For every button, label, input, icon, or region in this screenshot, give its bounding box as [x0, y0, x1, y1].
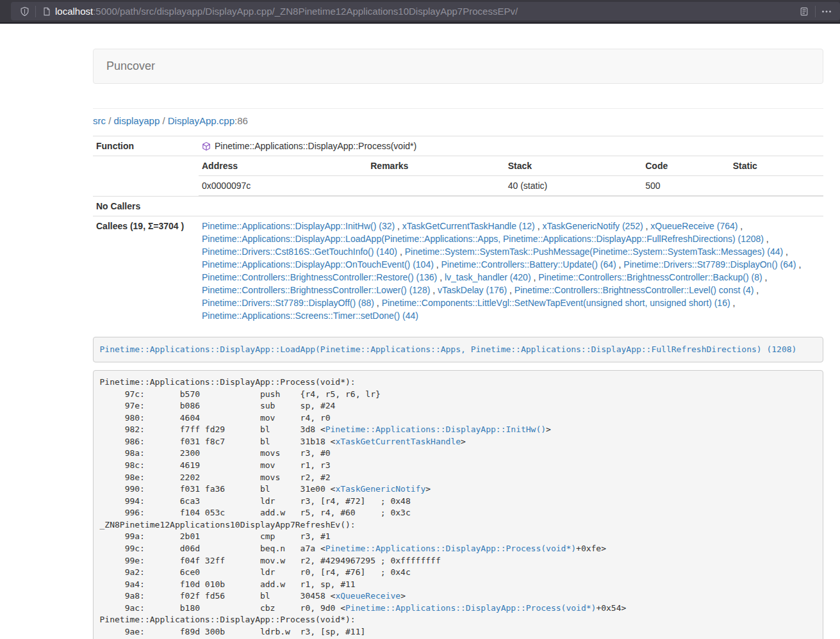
callee-link[interactable]: vTaskDelay (176) — [438, 285, 507, 295]
code-line: 9a4: f10d 010b add.w r1, sp, #11 — [100, 579, 817, 591]
code-line: 980: 4604 mov r4, r0 — [100, 412, 817, 425]
code-line: 98e: 2202 movs r2, #2 — [100, 472, 817, 484]
code-line: _ZN8Pinetime12Applications10DisplayApp7R… — [100, 519, 817, 531]
callee-link[interactable]: Pinetime::Controllers::BrightnessControl… — [202, 272, 437, 282]
callee-separator: , — [643, 221, 651, 231]
code-line: 98a: 2300 movs r3, #0 — [100, 448, 817, 460]
callees-row: Callees (19, Σ=3704 ) Pinetime::Applicat… — [93, 216, 823, 326]
code-symbol-link[interactable]: xQueueReceive — [335, 591, 400, 601]
callee-link[interactable]: xTaskGetCurrentTaskHandle (12) — [402, 221, 535, 231]
code-text: Pinetime::Applications::DisplayApp::Proc… — [100, 615, 356, 624]
url-text[interactable]: localhost:5000/path/src/displayapp/Displ… — [55, 6, 796, 17]
callee-separator: , — [796, 259, 802, 270]
callee-separator: , — [397, 247, 405, 257]
app-navbar: Puncover — [93, 49, 823, 84]
callee-link[interactable]: Pinetime::Applications::Screens::Timer::… — [202, 311, 418, 321]
callee-link[interactable]: Pinetime::Controllers::BrightnessControl… — [202, 285, 430, 295]
callee-link[interactable]: Pinetime::Applications::DisplayApp::Load… — [202, 234, 764, 244]
callee-link[interactable]: Pinetime::Drivers::St7789::DisplayOn() (… — [623, 259, 796, 270]
code-text: +0xfe> — [576, 544, 606, 553]
code-line: 97e: b086 sub sp, #24 — [100, 400, 817, 412]
code-text: 986: f031 f8c7 bl 31b18 < — [100, 437, 336, 446]
callee-separator: , — [374, 298, 382, 308]
callee-link[interactable]: Pinetime::Controllers::BrightnessControl… — [515, 285, 754, 295]
stats-value-row: 0x0000097c40 (static)500 — [199, 176, 823, 196]
code-line: Pinetime::Applications::DisplayApp::Proc… — [100, 614, 817, 626]
callee-separator: , — [507, 285, 515, 295]
breadcrumb-link[interactable]: DisplayApp.cpp — [168, 115, 235, 126]
code-text: 994: 6ca3 ldr r3, [r4, #72] ; 0x48 — [100, 496, 411, 506]
callee-link[interactable]: Pinetime::Drivers::St7789::DisplayOff() … — [202, 298, 374, 308]
callee-separator: , — [616, 259, 624, 270]
breadcrumb-link[interactable]: displayapp — [114, 115, 160, 126]
url-path: :5000/path/src/displayapp/DisplayApp.cpp… — [93, 6, 518, 17]
callee-link[interactable]: Pinetime::Controllers::Battery::Update()… — [441, 259, 616, 270]
stat-value-static — [730, 176, 823, 196]
url-bar[interactable]: localhost:5000/path/src/displayapp/Displ… — [11, 2, 840, 20]
code-text: Pinetime::Applications::DisplayApp::Proc… — [100, 377, 356, 387]
callee-link[interactable]: Pinetime::System::SystemTask::PushMessag… — [405, 247, 784, 257]
code-text: 97c: b570 push {r4, r5, r6, lr} — [100, 389, 381, 399]
code-line: 994: 6ca3 ldr r3, [r4, #72] ; 0x48 — [100, 496, 817, 508]
code-text: 9a8: f02f fd56 bl 30458 < — [100, 591, 336, 601]
stats-table: AddressRemarksStackCodeStatic 0x0000097c… — [199, 156, 823, 196]
code-text: > — [400, 591, 406, 601]
code-text: 982: f7ff fd29 bl 3d8 < — [100, 425, 325, 434]
callee-link[interactable]: Pinetime::Components::LittleVgl::SetNewT… — [382, 298, 730, 308]
code-text: 9a4: f10d 010b add.w r1, sp, #11 — [100, 579, 356, 589]
callee-separator: , — [437, 272, 445, 282]
page-icon[interactable] — [38, 3, 55, 20]
reader-view-icon[interactable] — [796, 3, 812, 20]
browser-toolbar: localhost:5000/path/src/displayapp/Displ… — [0, 0, 840, 24]
breadcrumb-line-number: :86 — [235, 115, 248, 126]
toolbar-separator — [815, 6, 816, 17]
callee-link[interactable]: xQueueReceive (764) — [650, 221, 737, 231]
code-text: 99a: 2b01 cmp r3, #1 — [100, 531, 331, 541]
callee-link[interactable]: Pinetime::Controllers::BrightnessControl… — [538, 272, 762, 282]
page-container: Puncover src / displayapp / DisplayApp.c… — [93, 49, 823, 639]
code-text: > — [425, 484, 431, 494]
code-symbol-link[interactable]: xTaskGetCurrentTaskHandle — [335, 437, 461, 446]
code-text: > — [546, 425, 551, 434]
breadcrumb-separator: / — [106, 115, 114, 126]
callees-label: Callees (19, Σ=3704 ) — [93, 216, 199, 326]
breadcrumb-separator: / — [160, 115, 168, 126]
highlighted-callee-link[interactable]: Pinetime::Applications::DisplayApp::Load… — [100, 344, 797, 354]
callee-link[interactable]: Pinetime::Drivers::Cst816S::GetTouchInfo… — [202, 247, 397, 257]
toolbar-separator — [35, 6, 36, 17]
code-symbol-link[interactable]: Pinetime::Applications::DisplayApp::Proc… — [325, 544, 576, 553]
callee-separator: , — [764, 234, 769, 244]
breadcrumb: src / displayapp / DisplayApp.cpp:86 — [93, 115, 823, 127]
breadcrumb-link[interactable]: src — [93, 115, 106, 126]
column-header-remarks: Remarks — [367, 156, 505, 176]
callee-link[interactable]: xTaskGenericNotify (252) — [542, 221, 643, 231]
code-line: 99c: d06d beq.n a7a <Pinetime::Applicati… — [100, 543, 817, 555]
stat-value-code: 500 — [642, 176, 730, 196]
callee-separator: , — [730, 298, 736, 308]
more-options-icon[interactable] — [818, 3, 835, 20]
callee-separator: , — [395, 221, 402, 231]
code-symbol-link[interactable]: xTaskGenericNotify — [335, 484, 425, 494]
puncover-brand[interactable]: Puncover — [94, 49, 165, 83]
callee-link[interactable]: lv_task_handler (420) — [445, 272, 531, 282]
code-text: 9ac: b180 cbz r0, 9d0 < — [100, 603, 346, 613]
shield-icon[interactable] — [16, 3, 33, 20]
code-line: 996: f104 053c add.w r5, r4, #60 ; 0x3c — [100, 507, 817, 519]
stat-value-remarks — [367, 176, 505, 196]
code-text: 99e: f04f 32ff mov.w r2, #4294967295 ; 0… — [100, 556, 441, 565]
code-line: Pinetime::Applications::DisplayApp::Proc… — [100, 376, 817, 389]
code-line: 99a: 2b01 cmp r3, #1 — [100, 531, 817, 543]
column-header-address: Address — [199, 156, 367, 176]
code-symbol-link[interactable]: Pinetime::Applications::DisplayApp::Proc… — [345, 603, 596, 613]
stats-header-row: AddressRemarksStackCodeStatic — [199, 156, 823, 176]
code-line: 97c: b570 push {r4, r5, r6, lr} — [100, 389, 817, 401]
callee-link[interactable]: Pinetime::Applications::DisplayApp::Init… — [202, 221, 395, 231]
stat-value-address: 0x0000097c — [199, 176, 367, 196]
code-text: 9a2: 6ce0 ldr r0, [r4, #76] ; 0x4c — [100, 567, 411, 577]
callee-separator: , — [434, 259, 441, 270]
callee-link[interactable]: Pinetime::Applications::DisplayApp::OnTo… — [202, 259, 434, 270]
code-symbol-link[interactable]: Pinetime::Applications::DisplayApp::Init… — [325, 425, 546, 434]
column-header-stack: Stack — [505, 156, 643, 176]
callee-separator: , — [762, 272, 768, 282]
code-text: _ZN8Pinetime12Applications10DisplayApp7R… — [100, 520, 356, 530]
